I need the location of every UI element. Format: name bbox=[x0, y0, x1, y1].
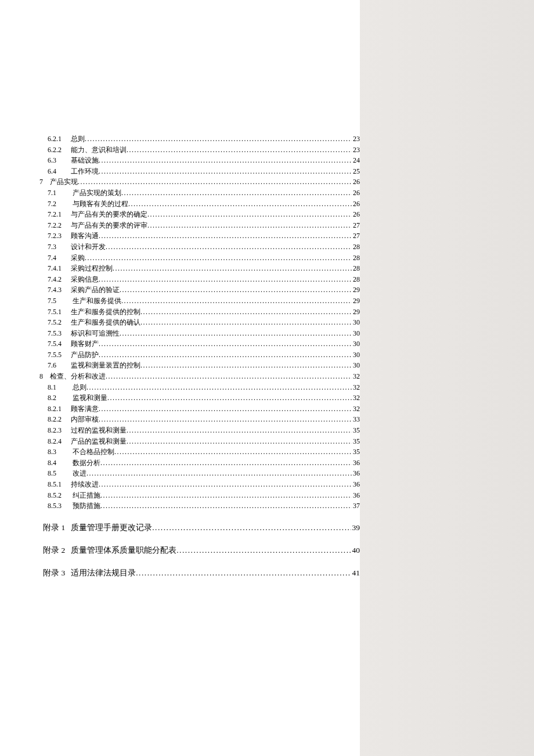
toc-entry-number: 8.5.2 bbox=[48, 490, 71, 501]
toc-entry: 6.2.1总则23 bbox=[39, 134, 360, 145]
toc-entry: 6.4工作环境25 bbox=[39, 166, 360, 177]
toc-entry-number: 8.1 bbox=[48, 382, 71, 393]
toc-entry-label: 8.3 不合格品控制 bbox=[48, 447, 114, 458]
toc-entry-label: 7.4.3采购产品的验证 bbox=[48, 285, 120, 296]
toc-entry-title: 检查、分析和改进 bbox=[50, 372, 106, 380]
toc-leader-dots bbox=[127, 425, 352, 436]
toc-entry-title: 监视和测量 bbox=[71, 394, 107, 402]
toc-entry-number: 7.4.3 bbox=[48, 285, 71, 296]
toc-entry-page: 29 bbox=[352, 296, 360, 307]
toc-entry-page: 29 bbox=[352, 285, 360, 296]
toc-entry-page: 35 bbox=[352, 447, 360, 458]
toc-entry-label: 7.5.3标识和可追溯性 bbox=[48, 328, 120, 339]
toc-entry-title: 监视和测量装置的控制 bbox=[71, 361, 140, 369]
toc-entry-page: 30 bbox=[352, 339, 360, 350]
toc-entry-page: 28 bbox=[352, 242, 360, 253]
appendix-entry-title: 适用法律法规目录 bbox=[71, 568, 136, 577]
toc-entry-page: 32 bbox=[352, 371, 360, 382]
appendix-entry: 附录 3适用法律法规目录41 bbox=[39, 567, 360, 579]
toc-entry-number: 8 bbox=[39, 371, 50, 382]
toc-entry-label: 7.5.5产品防护 bbox=[48, 350, 99, 361]
toc-entry: 8.2.4产品的监视和测量35 bbox=[39, 436, 360, 447]
toc-entry-page: 26 bbox=[352, 199, 360, 210]
toc-entry: 7.2.3顾客沟通27 bbox=[39, 231, 360, 242]
toc-entry-number: 8.3 bbox=[48, 447, 71, 458]
toc-entry: 7.1 产品实现的策划26 bbox=[39, 188, 360, 199]
toc-entry-title: 工作环境 bbox=[71, 167, 99, 175]
toc-entry-page: 26 bbox=[352, 209, 360, 220]
toc-entry-page: 28 bbox=[352, 274, 360, 285]
toc-leader-dots bbox=[147, 209, 352, 220]
toc-entry-number: 8.5 bbox=[48, 468, 71, 479]
toc-leader-dots bbox=[114, 447, 352, 458]
toc-entry: 7.5.3标识和可追溯性30 bbox=[39, 328, 360, 339]
toc-entry-title: 不合格品控制 bbox=[71, 448, 114, 456]
toc-leader-dots bbox=[99, 339, 352, 350]
toc-leader-dots bbox=[107, 393, 352, 404]
toc-leader-dots bbox=[99, 404, 352, 415]
toc-entry-number: 7 bbox=[39, 177, 50, 188]
toc-entry-label: 7.4.2采购信息 bbox=[48, 274, 99, 285]
toc-entry: 7.5 生产和服务提供29 bbox=[39, 296, 360, 307]
toc-leader-dots bbox=[147, 220, 352, 231]
toc-entry-title: 生产和服务提供的控制 bbox=[71, 308, 140, 316]
toc-entry: 8检查、分析和改进32 bbox=[39, 371, 360, 382]
toc-entry-title: 与产品有关的要求的评审 bbox=[71, 221, 147, 229]
toc-entry-page: 28 bbox=[352, 263, 360, 274]
toc-entry-title: 生产和服务提供的确认 bbox=[71, 318, 140, 326]
toc-entry-page: 27 bbox=[352, 231, 360, 242]
toc-entry-page: 33 bbox=[352, 414, 360, 425]
toc-entry-title: 标识和可追溯性 bbox=[71, 329, 120, 337]
toc-entry-title: 生产和服务提供 bbox=[71, 297, 121, 305]
toc-entry-page: 32 bbox=[352, 382, 360, 393]
appendix-entry: 附录 1质量管理手册更改记录39 bbox=[39, 522, 360, 534]
toc-entry-label: 8.2.4产品的监视和测量 bbox=[48, 436, 127, 447]
toc-entry-page: 26 bbox=[352, 188, 360, 199]
toc-entry-label: 8.5.3 预防措施 bbox=[48, 501, 100, 512]
toc-entry-page: 36 bbox=[352, 468, 360, 479]
toc-entry-label: 8.2 监视和测量 bbox=[48, 393, 107, 404]
toc-entry-page: 28 bbox=[352, 253, 360, 264]
toc-entry: 8.3 不合格品控制35 bbox=[39, 447, 360, 458]
toc-leader-dots bbox=[106, 242, 352, 253]
appendix-entry-number: 附录 3 bbox=[43, 568, 65, 577]
toc-entry-number: 7.4.1 bbox=[48, 263, 71, 274]
toc-entry-number: 7.2.1 bbox=[48, 209, 71, 220]
toc-entry-label: 8检查、分析和改进 bbox=[39, 371, 106, 382]
toc-entry-title: 基础设施 bbox=[71, 156, 99, 164]
toc-entry-title: 产品的监视和测量 bbox=[71, 437, 127, 445]
toc-entry-label: 7.5.2生产和服务提供的确认 bbox=[48, 317, 140, 328]
toc-entry-number: 7.5.1 bbox=[48, 307, 71, 318]
toc-entry-label: 8.5 改进 bbox=[48, 468, 86, 479]
toc-leader-dots bbox=[100, 501, 352, 512]
toc-entry-page: 25 bbox=[352, 166, 360, 177]
appendix-entry-number: 附录 2 bbox=[43, 546, 65, 555]
appendix-entry-label: 附录 3适用法律法规目录 bbox=[43, 567, 136, 579]
toc-entry-label: 6.2.1总则 bbox=[48, 134, 85, 145]
toc-entry-number: 7.5.2 bbox=[48, 317, 71, 328]
appendix-entry-page: 41 bbox=[351, 567, 360, 579]
toc-entry-page: 24 bbox=[352, 155, 360, 166]
toc-entry: 7.2.1与产品有关的要求的确定26 bbox=[39, 209, 360, 220]
toc-entry-label: 7.1 产品实现的策划 bbox=[48, 188, 121, 199]
toc-entry-label: 7产品实现 bbox=[39, 177, 78, 188]
toc-entry-title: 采购过程控制 bbox=[71, 264, 113, 272]
toc-entry-title: 产品实现 bbox=[50, 178, 78, 186]
toc-entry-title: 改进 bbox=[71, 469, 86, 477]
toc-leader-dots bbox=[136, 567, 351, 579]
toc-leader-dots bbox=[99, 155, 352, 166]
appendix-entry-title: 质量管理手册更改记录 bbox=[71, 523, 152, 532]
toc-entry-title: 纠正措施 bbox=[71, 491, 100, 499]
toc-leader-dots bbox=[99, 414, 352, 425]
toc-entry: 8.2.3过程的监视和测量35 bbox=[39, 425, 360, 436]
toc-entry-title: 产品实现的策划 bbox=[71, 189, 121, 197]
toc-entry-label: 7.4.1采购过程控制 bbox=[48, 263, 113, 274]
toc-entry-page: 36 bbox=[352, 490, 360, 501]
toc-entry-page: 30 bbox=[352, 317, 360, 328]
toc-entry: 7.4.1采购过程控制28 bbox=[39, 263, 360, 274]
toc-entry: 7.5.2生产和服务提供的确认30 bbox=[39, 317, 360, 328]
toc-entry-number: 8.5.3 bbox=[48, 501, 71, 512]
toc-entry-number: 6.2.1 bbox=[48, 134, 71, 145]
toc-leader-dots bbox=[99, 231, 352, 242]
toc-leader-dots bbox=[106, 371, 352, 382]
